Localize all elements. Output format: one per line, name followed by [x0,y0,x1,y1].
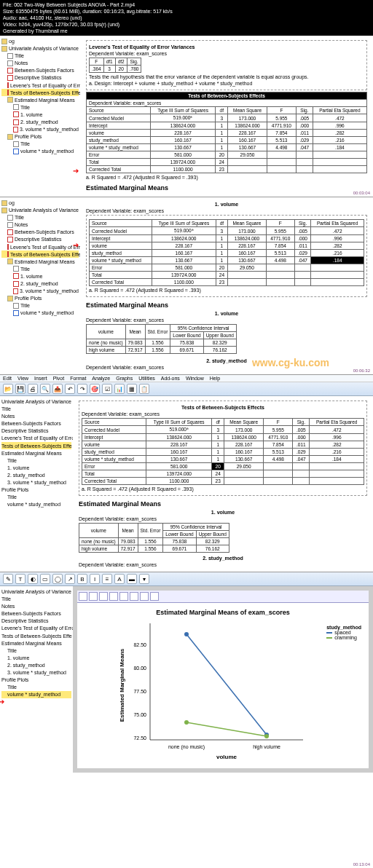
tree-desc[interactable]: Descriptive Statistics [1,618,71,625]
tool-icon[interactable]: B [77,574,87,584]
tree-log[interactable]: og [1,199,79,206]
menu-insert[interactable]: Insert [34,376,47,381]
main-toolbar[interactable]: 📂 💾 🖨 🔍 📤 ↶ ↷ 🎯 ☑ 📊 ▦ 📋 [0,382,373,396]
tree-log[interactable]: og [1,37,79,44]
tree-notes[interactable]: Notes [1,603,71,610]
tree-v1[interactable]: 1. volume [1,272,79,280]
tree-tests[interactable]: Tests of Between-Subjects Effe [1,89,79,96]
chart-icon[interactable]: 📊 [114,384,125,394]
tree-profile[interactable]: Profile Plots [1,295,79,302]
tree-title[interactable]: Title [1,596,71,603]
tree-emm[interactable]: Estimated Marginal Means [1,96,79,103]
tool-icon[interactable]: ↗ [65,574,75,584]
tree-v2[interactable]: 2. study_method [1,119,79,126]
nav-tree-2[interactable]: og Univariate Analysis of Variance Title… [0,197,80,374]
tree-v2[interactable]: 2. study_method [1,661,71,668]
tree-desc[interactable]: Descriptive Statistics [1,74,79,82]
tool-icon[interactable]: A [114,574,125,584]
tree-tests[interactable]: Tests of Between-Subjects Effe [1,632,71,639]
menu-view[interactable]: View [17,376,28,381]
tree-root[interactable]: Univariate Analysis of Variance [1,45,79,52]
tree-title3[interactable]: Title [1,494,71,501]
tree-title[interactable]: Title [1,52,79,60]
tree-v2[interactable]: 2. study_method [1,280,79,288]
tree-title[interactable]: Title [1,406,71,413]
tool-icon[interactable]: ▾ [139,574,149,584]
tree-bsf[interactable]: Between-Subjects Factors [1,229,79,236]
tree-root[interactable]: Univariate Analysis of Variance [1,207,79,214]
tree-levene[interactable]: Levene's Test of Equality of Erro [1,82,79,89]
tool-icon[interactable]: ✎ [3,574,13,584]
tool-icon[interactable] [119,592,128,601]
tree-notes[interactable]: Notes [1,413,71,420]
tree-tests[interactable]: Tests of Between-Subjects Effe [1,442,71,449]
tool-icon[interactable] [79,592,87,601]
menu-window[interactable]: Window [186,376,204,381]
goto-icon[interactable]: 🎯 [90,384,100,394]
select-icon[interactable]: ☑ [102,384,112,394]
undo-icon[interactable]: ↶ [65,384,75,394]
tree-v3[interactable]: 3. volume * study_method [1,479,71,486]
redo-icon[interactable]: ↷ [77,384,87,394]
menu-help[interactable]: Help [210,376,220,381]
menu-analyze[interactable]: Analyze [92,376,110,381]
nav-tree-4[interactable]: Univariate Analysis of Variance Title No… [0,586,73,773]
tool-icon[interactable] [99,592,108,601]
nav-tree-3[interactable]: Univariate Analysis of Variance Title No… [0,396,73,572]
tree-notes[interactable]: Notes [1,221,79,229]
tree-title3[interactable]: Title [1,302,79,309]
tree-desc[interactable]: Descriptive Statistics [1,236,79,243]
tree-root[interactable]: Univariate Analysis of Variance [1,588,71,595]
tree-bsf[interactable]: Between-Subjects Factors [1,610,71,618]
tool-icon[interactable]: ≡ [102,574,112,584]
menu-addons[interactable]: Add-ons [161,376,180,381]
tree-v3[interactable]: 3. volume * study_method [1,669,71,676]
tree-root[interactable]: Univariate Analysis of Variance [1,398,71,405]
tree-bsf[interactable]: Between-Subjects Factors [1,420,71,427]
menu-bar[interactable]: Edit View Insert Pivot Format Analyze Gr… [0,375,373,382]
export-icon[interactable]: 📤 [52,384,63,394]
tree-levene[interactable]: Levene's Test of Equality of Erro [1,243,79,250]
tool-icon[interactable]: ◯ [52,574,63,584]
menu-format[interactable]: Format [70,376,86,381]
tree-title3[interactable]: Title [1,141,79,148]
chart-editor-toolbar[interactable]: ✎ T ◐ ▭ ◯ ↗ B I ≡ A ▬ ▾ [0,572,373,586]
tree-v1[interactable]: 1. volume [1,464,71,471]
tree-vsm[interactable]: volume * study_method [1,501,71,508]
tree-notes[interactable]: Notes [1,60,79,67]
chart-sub-toolbar[interactable] [77,591,369,603]
tree-title[interactable]: Title [1,214,79,221]
chart-canvas[interactable]: Estimated Marginal Means of exam_scores … [73,586,373,773]
tree-emm[interactable]: Estimated Marginal Means [1,449,71,457]
menu-graphs[interactable]: Graphs [116,376,133,381]
tree-vsm[interactable]: volume * study_method [1,691,71,698]
tree-v2[interactable]: 2. study_method [1,471,71,478]
designate-icon[interactable]: 📋 [139,384,149,394]
table-icon[interactable]: ▦ [127,384,137,394]
tree-desc[interactable]: Descriptive Statistics [1,427,71,435]
tool-icon[interactable]: ▭ [40,574,50,584]
tree-title3[interactable]: Title [1,684,71,691]
tree-title2[interactable]: Title [1,457,71,464]
save-icon[interactable]: 💾 [15,384,25,394]
tree-tests[interactable]: Tests of Between-Subjects Effe [1,250,79,258]
tree-profile[interactable]: Profile Plots [1,486,71,494]
tree-vsm[interactable]: volume * study_method [1,309,79,317]
tool-icon[interactable]: ◐ [28,574,38,584]
tree-v3[interactable]: 3. volume * study_method [1,126,79,133]
tree-emm[interactable]: Estimated Marginal Means [1,258,79,265]
tree-vsm[interactable]: volume * study_method [1,148,79,155]
tree-title2[interactable]: Title [1,103,79,111]
tool-icon[interactable]: T [15,574,25,584]
tree-v1[interactable]: 1. volume [1,654,71,661]
tool-icon[interactable] [130,592,138,601]
open-icon[interactable]: 📂 [3,384,13,394]
print-icon[interactable]: 🖨 [28,384,38,394]
tree-profile[interactable]: Profile Plots [1,676,71,684]
tree-levene[interactable]: Levene's Test of Equality of Erro [1,435,71,442]
menu-edit[interactable]: Edit [3,376,12,381]
tree-levene[interactable]: Levene's Test of Equality of Erro [1,625,71,632]
tree-title2[interactable]: Title [1,265,79,272]
tool-icon[interactable] [140,592,149,601]
tree-bsf[interactable]: Between-Subjects Factors [1,67,79,74]
